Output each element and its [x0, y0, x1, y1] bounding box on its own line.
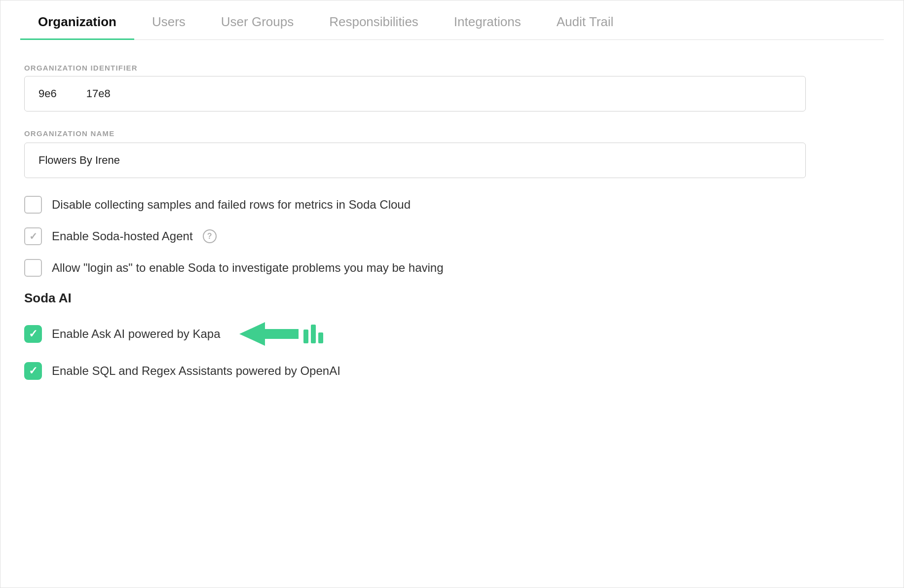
tabs-nav: Organization Users User Groups Responsib…: [20, 0, 884, 40]
bar-chart-icon: [303, 325, 323, 343]
checkbox-label-enable-agent: Enable Soda-hosted Agent: [52, 229, 193, 243]
checkbox-label-enable-ask-ai: Enable Ask AI powered by Kapa: [52, 327, 221, 341]
checkmark-icon-ask-ai: ✓: [29, 328, 38, 340]
page-container: Organization Users User Groups Responsib…: [0, 0, 904, 588]
checkmark-icon: ✓: [29, 230, 38, 242]
checkbox-label-allow-login: Allow "login as" to enable Soda to inves…: [52, 261, 444, 275]
checkbox-allow-login[interactable]: [24, 259, 42, 277]
checkbox-row-enable-ask-ai: ✓ Enable Ask AI powered by Kapa: [24, 320, 806, 348]
checkbox-label-enable-sql-regex: Enable SQL and Regex Assistants powered …: [52, 364, 340, 378]
checkbox-label-disable-samples: Disable collecting samples and failed ro…: [52, 198, 411, 212]
arrow-annotation: [239, 320, 323, 348]
bar-3: [318, 332, 323, 343]
checkbox-enable-agent[interactable]: ✓: [24, 227, 42, 245]
checkbox-enable-sql-regex[interactable]: ✓: [24, 362, 42, 380]
bar-1: [303, 330, 308, 343]
org-id-part2: 17e8: [86, 87, 111, 100]
tab-user-groups[interactable]: User Groups: [203, 0, 311, 40]
org-name-value: Flowers By Irene: [38, 154, 120, 166]
checkbox-row-enable-agent: ✓ Enable Soda-hosted Agent ?: [24, 227, 806, 245]
checkbox-disable-samples[interactable]: [24, 196, 42, 214]
org-identifier-box: 9e6 17e8: [24, 76, 806, 111]
checkbox-row-enable-sql-regex: ✓ Enable SQL and Regex Assistants powere…: [24, 362, 806, 380]
svg-marker-0: [239, 322, 299, 346]
content-area: ORGANIZATION IDENTIFIER 9e6 17e8 ORGANIZ…: [20, 40, 810, 417]
tab-integrations[interactable]: Integrations: [436, 0, 539, 40]
org-name-label: ORGANIZATION NAME: [24, 129, 806, 138]
org-name-box[interactable]: Flowers By Irene: [24, 143, 806, 178]
checkbox-row-allow-login: Allow "login as" to enable Soda to inves…: [24, 259, 806, 277]
arrow-left-icon: [239, 320, 299, 348]
tab-responsibilities[interactable]: Responsibilities: [311, 0, 436, 40]
tab-users[interactable]: Users: [134, 0, 203, 40]
bar-2: [311, 325, 316, 343]
soda-ai-heading: Soda AI: [24, 291, 806, 306]
help-icon[interactable]: ?: [203, 229, 217, 243]
org-id-part1: 9e6: [38, 87, 57, 100]
tab-audit-trail[interactable]: Audit Trail: [539, 0, 632, 40]
checkmark-icon-sql-regex: ✓: [29, 365, 38, 377]
checkbox-row-disable-samples: Disable collecting samples and failed ro…: [24, 196, 806, 214]
checkbox-enable-ask-ai[interactable]: ✓: [24, 325, 42, 343]
tab-organization[interactable]: Organization: [20, 0, 134, 40]
org-identifier-label: ORGANIZATION IDENTIFIER: [24, 64, 806, 72]
